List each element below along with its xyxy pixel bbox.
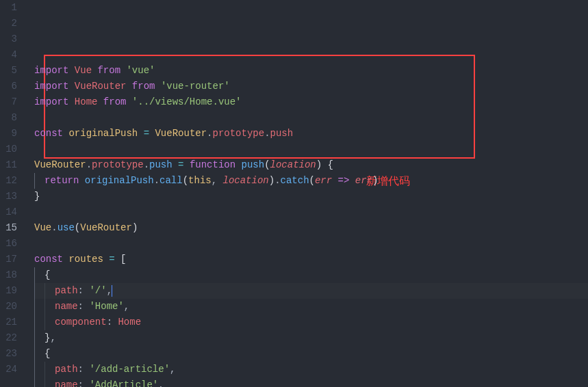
code-line[interactable]: { [34, 267, 588, 283]
code-area[interactable]: 新增代码 import Vue from 'vue'import VueRout… [24, 0, 588, 387]
line-number: 6 [0, 79, 17, 94]
line-number: 18 [0, 267, 17, 283]
code-line[interactable]: return originalPush.call(this, location)… [34, 173, 588, 189]
line-number: 16 [0, 236, 17, 252]
line-number: 24 [0, 362, 17, 377]
line-number: 4 [0, 47, 17, 63]
line-number: 1 [0, 0, 17, 16]
code-line[interactable]: import Vue from 'vue' [34, 63, 588, 79]
line-number: 3 [0, 31, 17, 47]
code-editor[interactable]: 123456789101112131415161718192021222324 … [0, 0, 588, 387]
line-number: 14 [0, 204, 17, 220]
code-line[interactable]: component: Home [34, 315, 588, 330]
code-line[interactable] [34, 236, 588, 252]
code-line[interactable]: import Home from '../views/Home.vue' [34, 94, 588, 110]
code-line[interactable]: Vue.use(VueRouter) [34, 220, 588, 236]
line-number: 21 [0, 315, 17, 330]
line-number: 15 [0, 220, 17, 236]
line-number: 13 [0, 189, 17, 204]
line-number: 10 [0, 142, 17, 157]
line-number: 7 [0, 94, 17, 110]
code-line[interactable]: name: 'Home', [34, 299, 588, 315]
code-line[interactable]: const originalPush = VueRouter.prototype… [34, 126, 588, 142]
line-number: 17 [0, 252, 17, 267]
line-number: 19 [0, 283, 17, 299]
line-number: 12 [0, 173, 17, 189]
code-line[interactable]: name: 'AddArticle', [34, 377, 588, 387]
line-number-gutter: 123456789101112131415161718192021222324 [0, 0, 24, 387]
code-line[interactable] [34, 204, 588, 220]
line-number: 5 [0, 63, 17, 79]
line-number: 2 [0, 16, 17, 31]
line-number: 22 [0, 330, 17, 346]
text-cursor [112, 285, 112, 297]
line-number: 11 [0, 157, 17, 173]
code-line[interactable]: const routes = [ [34, 252, 588, 267]
code-line[interactable]: path: '/', [34, 283, 588, 299]
code-line[interactable]: { [34, 346, 588, 362]
code-line[interactable] [34, 110, 588, 126]
line-number: 8 [0, 110, 17, 126]
line-number: 9 [0, 126, 17, 142]
line-number: 20 [0, 299, 17, 315]
code-line[interactable]: } [34, 189, 588, 204]
code-line[interactable]: }, [34, 330, 588, 346]
code-line[interactable]: path: '/add-article', [34, 362, 588, 377]
code-line[interactable]: import VueRouter from 'vue-router' [34, 79, 588, 94]
code-line[interactable] [34, 142, 588, 157]
code-line[interactable]: VueRouter.prototype.push = function push… [34, 157, 588, 173]
line-number: 23 [0, 346, 17, 362]
